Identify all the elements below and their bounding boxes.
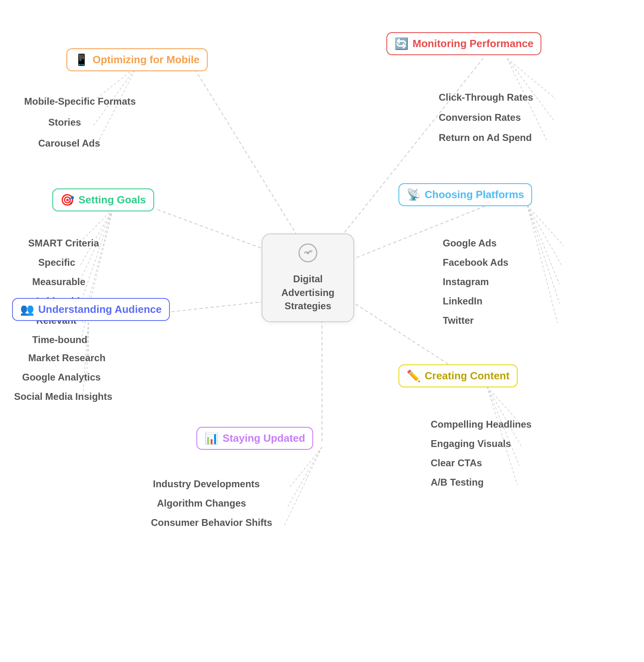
leaf-ctr: Click-Through Rates: [439, 92, 533, 103]
svg-line-0: [193, 66, 306, 250]
leaf-stories: Stories: [48, 117, 81, 128]
svg-line-14: [80, 209, 113, 265]
audience-label: Understanding Audience: [38, 303, 162, 316]
leaf-specific: Specific: [38, 257, 75, 268]
svg-line-22: [527, 205, 559, 304]
svg-line-20: [527, 205, 561, 265]
node-audience: 👥 Understanding Audience: [12, 298, 170, 321]
leaf-timebound: Time-bound: [32, 334, 87, 345]
svg-line-28: [487, 387, 521, 446]
leaf-smart: SMART Criteria: [28, 238, 99, 249]
center-icon: [298, 243, 318, 268]
content-icon: ✏️: [407, 369, 421, 383]
svg-line-23: [527, 205, 557, 323]
monitoring-icon: 🔄: [394, 37, 409, 50]
goals-icon: 🎯: [60, 193, 74, 207]
leaf-visuals: Engaging Visuals: [431, 438, 511, 449]
leaf-ab-testing: A/B Testing: [431, 477, 484, 488]
platforms-icon: 📡: [407, 188, 421, 201]
node-optimizing: 📱 Optimizing for Mobile: [66, 48, 208, 71]
leaf-carousel: Carousel Ads: [38, 138, 100, 149]
monitoring-label: Monitoring Performance: [413, 37, 533, 50]
node-updated: 📊 Staying Updated: [196, 427, 313, 450]
audience-icon: 👥: [20, 303, 34, 316]
node-platforms: 📡 Choosing Platforms: [398, 183, 532, 206]
svg-line-19: [527, 205, 564, 246]
leaf-headlines: Compelling Headlines: [431, 419, 532, 430]
svg-line-32: [288, 447, 322, 507]
updated-label: Staying Updated: [223, 432, 305, 445]
leaf-algorithm: Algorithm Changes: [157, 498, 246, 509]
mobile-icon: 📱: [74, 53, 89, 66]
leaf-facebook-ads: Facebook Ads: [443, 257, 508, 268]
leaf-social-insights: Social Media Insights: [14, 391, 112, 402]
svg-line-33: [284, 447, 322, 527]
leaf-consumer: Consumer Behavior Shifts: [151, 517, 272, 528]
leaf-google-ads: Google Ads: [443, 238, 497, 249]
leaf-measurable: Measurable: [32, 276, 85, 288]
leaf-google-analytics: Google Analytics: [22, 372, 101, 383]
node-content: ✏️ Creating Content: [398, 364, 518, 387]
leaf-instagram: Instagram: [443, 276, 489, 288]
svg-line-18: [80, 209, 113, 342]
leaf-conv: Conversion Rates: [439, 112, 521, 123]
node-goals: 🎯 Setting Goals: [52, 188, 154, 211]
svg-line-30: [487, 387, 517, 485]
svg-point-36: [307, 252, 309, 254]
optimizing-label: Optimizing for Mobile: [93, 54, 200, 66]
goals-label: Setting Goals: [78, 194, 146, 206]
leaf-twitter: Twitter: [443, 315, 474, 326]
leaf-ctas: Clear CTAs: [431, 457, 482, 469]
leaf-market-research: Market Research: [28, 352, 105, 364]
node-monitoring: 🔄 Monitoring Performance: [386, 32, 541, 55]
center-label: Digital Advertising Strategies: [274, 272, 342, 313]
leaf-mobile-formats: Mobile-Specific Formats: [24, 96, 136, 107]
leaf-linkedin: LinkedIn: [443, 296, 483, 307]
svg-line-21: [527, 205, 559, 284]
svg-line-16: [80, 209, 113, 304]
leaf-industry: Industry Developments: [153, 478, 260, 490]
content-label: Creating Content: [425, 370, 510, 382]
svg-line-1: [334, 58, 483, 246]
svg-line-11: [507, 58, 553, 120]
svg-line-31: [290, 447, 322, 487]
platforms-label: Choosing Platforms: [425, 188, 524, 201]
leaf-roas: Return on Ad Spend: [439, 132, 532, 143]
svg-line-3: [346, 205, 487, 262]
updated-icon: 📊: [204, 432, 219, 445]
svg-line-9: [95, 66, 137, 149]
mindmap-container: Digital Advertising Strategies 📱 Optimiz…: [0, 0, 644, 662]
center-node: Digital Advertising Strategies: [262, 234, 354, 322]
